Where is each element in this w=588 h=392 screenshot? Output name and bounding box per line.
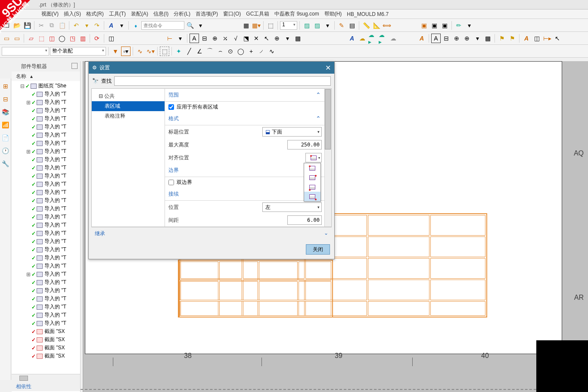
menu-view[interactable]: 视图(V) bbox=[39, 10, 61, 18]
tree-item[interactable]: ✓导入的 "T bbox=[12, 319, 80, 327]
settings-tree[interactable]: ⊟ 公共 表区域 表格注释 bbox=[92, 89, 165, 227]
datum-icon[interactable]: ⊟ bbox=[200, 34, 209, 43]
surf-icon[interactable]: √ bbox=[231, 34, 240, 43]
style-drop-icon[interactable]: ▾ bbox=[117, 21, 126, 30]
g-target-icon[interactable]: ⊕ bbox=[462, 34, 472, 43]
tree-item[interactable]: ✓导入的 "T bbox=[12, 303, 80, 311]
search-icon[interactable]: 🔍 bbox=[185, 21, 195, 30]
align-opt-tr[interactable] bbox=[304, 173, 320, 182]
assembly-combo[interactable]: 整个装配 bbox=[50, 47, 106, 56]
doc-tab-icon[interactable]: 📄 bbox=[2, 134, 9, 142]
menu-zhonglei[interactable]: 中磊教育 9sug.com bbox=[272, 10, 321, 18]
cube-drop-icon[interactable]: ▾ bbox=[323, 21, 332, 30]
tree-item[interactable]: ✓导入的 "T bbox=[12, 180, 80, 188]
square-icon[interactable]: ▩ bbox=[293, 34, 302, 43]
tree-item[interactable]: ✓导入的 "T bbox=[12, 106, 80, 115]
tree-item[interactable]: ✓导入的 "T bbox=[12, 213, 80, 221]
tree-item[interactable]: ✓导入的 "T bbox=[12, 229, 80, 237]
tree-item[interactable]: ✓导入的 "T bbox=[12, 246, 80, 254]
g-square-icon[interactable]: ▩ bbox=[483, 34, 492, 43]
number-combo[interactable]: 1 bbox=[280, 21, 297, 30]
dialog-close-button[interactable]: 关闭 bbox=[306, 244, 330, 255]
ruler3-icon[interactable]: ⟺ bbox=[382, 21, 392, 30]
continue-gap-input[interactable] bbox=[287, 215, 322, 225]
style-icon[interactable]: A bbox=[106, 21, 116, 30]
window1-icon[interactable]: ▣ bbox=[419, 21, 429, 30]
arc1-icon[interactable]: ⌒ bbox=[205, 47, 215, 56]
open-icon[interactable]: 📂 bbox=[12, 21, 22, 30]
proj-icon[interactable]: ▱ bbox=[26, 34, 36, 43]
tree-item[interactable]: ✓导入的 "T bbox=[12, 172, 80, 180]
spline-icon[interactable]: ∿ bbox=[267, 47, 277, 56]
max-height-input[interactable] bbox=[287, 140, 322, 149]
g-style-icon[interactable]: A bbox=[417, 34, 426, 43]
tree-item[interactable]: ✓截面 "SX bbox=[12, 352, 80, 360]
brush-icon[interactable]: ✎ bbox=[337, 21, 346, 30]
tree-item[interactable]: ✓导入的 "T bbox=[12, 188, 80, 196]
tree-table-note[interactable]: 表格注释 bbox=[92, 111, 165, 121]
cube-b-icon[interactable]: ▨ bbox=[312, 21, 322, 30]
apply-all-checkbox[interactable] bbox=[168, 104, 174, 110]
sig-tab-icon[interactable]: 📶 bbox=[2, 121, 9, 129]
tree-item[interactable]: ✓导入的 "T bbox=[12, 278, 80, 286]
area-icon[interactable]: ⬔ bbox=[241, 34, 251, 43]
flag1-icon[interactable]: ⚑ bbox=[497, 34, 507, 43]
navigator-tree[interactable]: ⊟✓图纸页 "She✓导入的 "T⊞✓导入的 "T✓导入的 "T✓导入的 "T✓… bbox=[12, 81, 80, 374]
tree-item[interactable]: ✓导入的 "T bbox=[12, 139, 80, 147]
undo-drop-icon[interactable]: ▾ bbox=[82, 21, 91, 30]
tool-tab-icon[interactable]: 🔧 bbox=[2, 160, 9, 168]
tree-item[interactable]: ✓截面 "SX bbox=[12, 336, 80, 344]
ruler2-icon[interactable]: 📐 bbox=[372, 21, 381, 30]
tree-item[interactable]: ✓导入的 "T bbox=[12, 286, 80, 295]
point1-icon[interactable]: ✦ bbox=[174, 47, 184, 56]
curve2-icon[interactable]: ∿▾ bbox=[146, 47, 155, 56]
cloud4-icon[interactable]: ☁ bbox=[389, 34, 398, 43]
tree-item[interactable]: ✓导入的 "T bbox=[12, 164, 80, 172]
close-icon[interactable]: ✕ bbox=[325, 64, 331, 72]
menu-format[interactable]: 格式(R) bbox=[84, 10, 106, 18]
window2-icon[interactable]: ▣ bbox=[429, 21, 439, 30]
boundary-icon[interactable]: ◫ bbox=[106, 34, 116, 43]
g-style2-icon[interactable]: A bbox=[522, 34, 531, 43]
tree-item[interactable]: ✓导入的 "T bbox=[12, 221, 80, 229]
edit-icon[interactable]: ✏ bbox=[454, 21, 464, 30]
tree-item[interactable]: ⊞✓导入的 "T bbox=[12, 98, 80, 106]
menu-window[interactable]: 窗口(O) bbox=[221, 10, 243, 18]
tree-item[interactable]: ⊞✓导入的 "T bbox=[12, 270, 80, 278]
tree-item[interactable]: ✓导入的 "T bbox=[12, 205, 80, 213]
g-meas-icon[interactable]: ◫ bbox=[532, 34, 541, 43]
align-opt-bl[interactable] bbox=[304, 182, 320, 192]
tree-item[interactable]: ✓导入的 "T bbox=[12, 254, 80, 262]
navigator-footer[interactable]: 相依性 bbox=[16, 383, 31, 389]
flag2-icon[interactable]: ⚑ bbox=[507, 34, 517, 43]
sel-icon[interactable]: ▫▾ bbox=[121, 47, 131, 56]
dialog-search-input[interactable] bbox=[114, 76, 331, 86]
ruler1-icon[interactable]: 📏 bbox=[361, 21, 371, 30]
menu-assembly[interactable]: 装配(A) bbox=[128, 10, 151, 18]
sheet-icon[interactable]: ▭ bbox=[2, 34, 11, 43]
balloon-icon[interactable]: ⊕ bbox=[210, 34, 220, 43]
tree-item[interactable]: ✓导入的 "T bbox=[12, 131, 80, 139]
target-drop-icon[interactable]: ▾ bbox=[283, 34, 292, 43]
dim-drop-icon[interactable]: ▾ bbox=[175, 34, 185, 43]
dialog-title-bar[interactable]: ⚙ 设置 ✕ bbox=[89, 62, 334, 74]
chevron-down-icon[interactable]: ⌄ bbox=[324, 230, 328, 236]
cloud2-icon[interactable]: ☁▸ bbox=[368, 34, 377, 43]
tree-item[interactable]: ✓导入的 "T bbox=[12, 90, 80, 98]
tag-icon[interactable]: ⬧ bbox=[131, 21, 140, 30]
double-border-checkbox[interactable] bbox=[168, 180, 174, 185]
title-pos-combo[interactable]: ⬓下面 bbox=[262, 127, 322, 137]
chevron-up-icon[interactable]: ⌃ bbox=[316, 115, 321, 122]
copy-icon[interactable]: ⧉ bbox=[47, 21, 56, 30]
section-icon[interactable]: ◫ bbox=[47, 34, 56, 43]
edit-drop-icon[interactable]: ▾ bbox=[464, 21, 474, 30]
g-balloon-icon[interactable]: ⊕ bbox=[452, 34, 461, 43]
grid-b-icon[interactable]: ▦▾ bbox=[252, 21, 261, 30]
cross-icon[interactable]: ✕ bbox=[252, 34, 261, 43]
tree-item[interactable]: ✓导入的 "T bbox=[12, 123, 80, 131]
tree-item[interactable]: ✓导入的 "T bbox=[12, 196, 80, 205]
align-pos-button[interactable] bbox=[305, 153, 322, 162]
weld-icon[interactable]: ⤰ bbox=[221, 34, 230, 43]
navigator-max-button[interactable] bbox=[72, 63, 78, 69]
tree-item[interactable]: ⊞✓导入的 "T bbox=[12, 147, 80, 156]
